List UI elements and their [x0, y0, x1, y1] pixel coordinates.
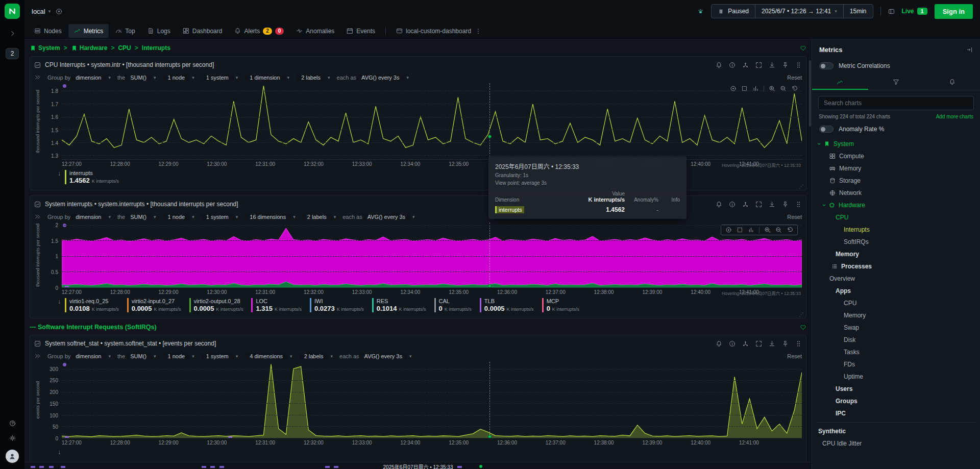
tree-item-overview[interactable]: Overview	[816, 273, 976, 285]
chart-download-icon[interactable]	[769, 340, 775, 347]
chart-type-icon[interactable]	[34, 201, 41, 208]
groupby-segment[interactable]: each as AVG() every 3s▾	[339, 353, 411, 359]
groupby-segment[interactable]: 1 node▾	[163, 353, 194, 359]
legend-item-virtio1-req-0-25[interactable]: virtio1-req.0_25 0.0108K interrupts/s	[65, 298, 119, 312]
node-view-icon[interactable]	[888, 8, 895, 15]
chart-info-icon[interactable]	[729, 62, 736, 68]
collapse-toolbar-icon[interactable]	[34, 353, 41, 359]
groupby-segment[interactable]: 16 dimensions▾	[244, 214, 295, 220]
chart-download-icon[interactable]	[769, 201, 775, 208]
chart-drag-handle-icon[interactable]	[795, 201, 802, 208]
chart-correlations-icon[interactable]	[742, 340, 749, 347]
groupby-segment[interactable]: 2 labels▾	[296, 75, 330, 81]
tree-item-swap[interactable]: Swap	[816, 322, 976, 334]
chart-plot[interactable]	[62, 83, 802, 160]
snapshot-icon[interactable]	[725, 227, 732, 233]
tab-logs[interactable]: Logs	[142, 24, 176, 38]
zoom-in-icon[interactable]	[764, 227, 771, 233]
legend-item-iwi[interactable]: IWI 0.0273K interrupts/s	[310, 298, 364, 312]
groupby-segment[interactable]: each as AVG() every 3s▾	[342, 214, 414, 220]
tab-alerts[interactable]	[924, 75, 980, 90]
legend-item-virtio2-input-0-27[interactable]: virtio2-input.0_27 0.0005K interrupts/s	[127, 298, 181, 312]
tab-nodes[interactable]: Nodes	[29, 24, 67, 38]
chart-alerts-icon[interactable]	[716, 340, 722, 347]
tree-item-apps[interactable]: Apps	[816, 285, 976, 297]
tree-item-uptime[interactable]: Uptime	[816, 371, 976, 383]
help-icon[interactable]	[9, 420, 16, 427]
play-pause-control[interactable]: Paused	[712, 5, 755, 18]
groupby-segment[interactable]: Group by dimension▾	[47, 353, 111, 359]
tab-filters[interactable]	[868, 75, 924, 90]
tab-top[interactable]: Top	[110, 24, 140, 38]
chart-info-icon[interactable]	[729, 201, 736, 208]
chart-pin-icon[interactable]	[782, 201, 789, 208]
chart-type-icon[interactable]	[34, 340, 41, 347]
groupby-segment[interactable]: the SUM()▾	[117, 353, 156, 359]
tab-local-custom-dashboard[interactable]: local-custom-dashboard⋮	[390, 24, 487, 38]
tab-anomalies[interactable]: Anomalies	[290, 24, 340, 38]
tree-item-memory[interactable]: Memory	[816, 248, 976, 260]
tab-metrics[interactable]: Metrics	[68, 24, 109, 38]
expand-sidebar-icon[interactable]	[9, 30, 16, 37]
tree-item-disk[interactable]: Disk	[816, 334, 976, 346]
tree-item-users[interactable]: Users	[816, 383, 976, 395]
reset-button[interactable]: Reset	[787, 75, 802, 81]
collapse-toolbar-icon[interactable]	[34, 213, 41, 220]
collapse-toolbar-icon[interactable]	[34, 74, 41, 81]
tree-item-fds[interactable]: FDs	[816, 358, 976, 371]
legend-item-res[interactable]: RES 0.1014K interrupts/s	[372, 298, 426, 312]
highlight-icon[interactable]	[748, 227, 754, 233]
groupby-segment[interactable]: 1 system▾	[201, 353, 238, 359]
legend-item-loc[interactable]: LOC 1.315K interrupts/s	[251, 298, 302, 312]
node-status-icon[interactable]	[56, 8, 62, 15]
tree-item-network[interactable]: Network	[816, 187, 976, 199]
anomaly-rate-toggle[interactable]	[819, 126, 834, 133]
tree-item-processes[interactable]: Processes	[816, 260, 976, 273]
chart-resize-handle[interactable]: ⋰	[799, 312, 804, 317]
groupby-segment[interactable]: Group by dimension▾	[47, 75, 111, 81]
breadcrumb-item-hardware[interactable]: Hardware	[71, 44, 108, 52]
legend-item-mcp[interactable]: MCP 0K interrupts/s	[542, 298, 579, 312]
chart-info-icon[interactable]	[729, 340, 736, 347]
favorite-icon[interactable]	[800, 45, 806, 52]
tree-item-tasks[interactable]: Tasks	[816, 346, 976, 358]
reset-button[interactable]: Reset	[787, 353, 802, 359]
chart-drag-handle-icon[interactable]	[795, 340, 802, 347]
reset-button[interactable]: Reset	[787, 214, 802, 220]
chart-type-icon[interactable]	[34, 62, 41, 68]
user-avatar[interactable]	[6, 450, 19, 463]
tree-item-groups[interactable]: Groups	[816, 395, 976, 407]
search-charts-input[interactable]	[818, 96, 974, 110]
groupby-segment[interactable]: each as AVG() every 3s▾	[337, 75, 409, 81]
chart-alerts-icon[interactable]	[716, 201, 722, 208]
live-indicator[interactable]: Live 1	[902, 8, 927, 15]
tree-item-hardware[interactable]: ›Hardware	[816, 199, 976, 211]
chart-download-icon[interactable]	[769, 62, 775, 68]
favorite-icon[interactable]	[800, 324, 806, 331]
chart-alerts-icon[interactable]	[716, 62, 722, 68]
tree-item-softirqs[interactable]: SoftIRQs	[816, 236, 976, 248]
groupby-segment[interactable]: 1 system▾	[201, 75, 238, 81]
chart-fullscreen-icon[interactable]	[755, 340, 762, 347]
legend-collapse-icon[interactable]: ↓	[58, 170, 61, 177]
chart-fullscreen-icon[interactable]	[755, 201, 762, 208]
chart-correlations-icon[interactable]	[742, 62, 749, 68]
sign-in-button[interactable]: Sign in	[935, 4, 973, 19]
chart-pin-icon[interactable]	[782, 62, 789, 68]
chart-plot[interactable]	[62, 362, 802, 438]
tab-events[interactable]: Events	[341, 24, 381, 38]
node-selector[interactable]: local ▾	[32, 8, 51, 15]
tree-item-cpu[interactable]: CPU	[816, 297, 976, 309]
tree-item-synthetic[interactable]: Synthetic	[816, 425, 976, 437]
anomaly-advisor-icon[interactable]	[697, 8, 704, 15]
legend-collapse-icon[interactable]: ↓	[58, 449, 61, 456]
settings-icon[interactable]	[9, 435, 16, 441]
tree-item-compute[interactable]: Compute	[816, 150, 976, 162]
select-area-icon[interactable]	[737, 227, 743, 233]
date-range-picker[interactable]: 2025/6/7 • 12:26 → 12:41 ▾	[755, 5, 843, 18]
timeline-footer[interactable]: 2025年6月07日周六 • 12:35:33	[24, 462, 812, 469]
legend-item-virtio2-output-0-28[interactable]: virtio2-output.0_28 0.0005K interrupts/s	[189, 298, 243, 312]
groupby-segment[interactable]: Group by dimension▾	[47, 214, 111, 220]
groupby-segment[interactable]: 2 labels▾	[302, 214, 336, 220]
groupby-segment[interactable]: the SUM()▾	[117, 75, 156, 81]
